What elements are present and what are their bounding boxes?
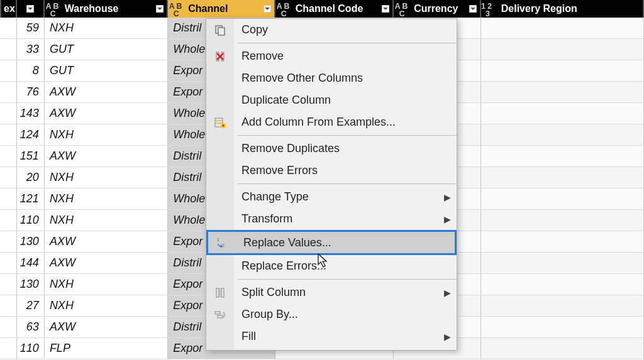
cell-delivery-region[interactable] bbox=[481, 103, 644, 124]
cell-delivery-region[interactable] bbox=[481, 188, 644, 210]
context-menu: Copy Remove Remove Other Columns Duplica… bbox=[206, 18, 457, 351]
col-header-ex[interactable]: ex bbox=[0, 0, 17, 18]
filter-dropdown-icon[interactable] bbox=[153, 0, 167, 18]
menu-item-replace-errors[interactable]: Replace Errors... bbox=[206, 255, 457, 277]
cell-index[interactable]: 110 bbox=[17, 338, 45, 359]
cell-warehouse[interactable]: AXW bbox=[45, 146, 168, 167]
menu-item-remove-errors[interactable]: Remove Errors bbox=[206, 160, 457, 182]
cell-index[interactable]: 151 bbox=[17, 146, 45, 167]
col-header-delivery-region[interactable]: 1 23 Delivery Region bbox=[481, 0, 644, 18]
cell-ex[interactable] bbox=[0, 167, 17, 188]
cell-ex[interactable] bbox=[0, 274, 17, 295]
menu-item-fill[interactable]: Fill ▶ bbox=[206, 325, 457, 347]
cell-ex[interactable] bbox=[0, 103, 17, 124]
cell-warehouse[interactable]: NXH bbox=[45, 124, 168, 146]
menu-item-replace-values[interactable]: 12 Replace Values... bbox=[206, 230, 457, 255]
cell-index[interactable]: 110 bbox=[17, 210, 45, 231]
menu-separator bbox=[238, 183, 457, 184]
cell-delivery-region[interactable] bbox=[481, 253, 644, 274]
menu-item-split-column[interactable]: Split Column ▶ bbox=[206, 281, 457, 303]
menu-item-remove-other[interactable]: Remove Other Columns bbox=[206, 67, 457, 89]
cell-index[interactable]: 59 bbox=[17, 18, 45, 39]
blank-icon bbox=[206, 89, 234, 111]
cell-warehouse[interactable]: AXW bbox=[45, 317, 168, 338]
cell-delivery-region[interactable] bbox=[481, 167, 644, 188]
menu-item-change-type[interactable]: Change Type ▶ bbox=[206, 186, 457, 208]
cell-delivery-region[interactable] bbox=[481, 82, 644, 103]
col-header-channel-code[interactable]: A BC Channel Code bbox=[275, 0, 394, 18]
blank-icon bbox=[206, 325, 234, 347]
filter-dropdown-icon[interactable] bbox=[23, 0, 37, 18]
col-header-filter-0[interactable] bbox=[17, 0, 45, 18]
cell-delivery-region[interactable] bbox=[481, 18, 644, 39]
cell-warehouse[interactable]: AXW bbox=[45, 82, 168, 103]
cell-delivery-region[interactable] bbox=[481, 124, 644, 146]
cell-ex[interactable] bbox=[0, 188, 17, 210]
menu-item-remove-duplicates[interactable]: Remove Duplicates bbox=[206, 138, 457, 160]
cell-index[interactable]: 20 bbox=[17, 167, 45, 188]
cell-delivery-region[interactable] bbox=[481, 338, 644, 359]
menu-item-group-by[interactable]: Group By... bbox=[206, 303, 457, 325]
cell-index[interactable]: 76 bbox=[17, 82, 45, 103]
cell-ex[interactable] bbox=[0, 295, 17, 317]
cell-index[interactable]: 130 bbox=[17, 274, 45, 295]
svg-text:1: 1 bbox=[217, 237, 219, 242]
cell-index[interactable]: 124 bbox=[17, 124, 45, 146]
cell-ex[interactable] bbox=[0, 82, 17, 103]
menu-item-remove[interactable]: Remove bbox=[206, 45, 457, 67]
col-header-channel[interactable]: A BC Channel bbox=[168, 0, 275, 18]
cell-warehouse[interactable]: GUT bbox=[45, 39, 168, 60]
menu-item-duplicate[interactable]: Duplicate Column bbox=[206, 89, 457, 111]
remove-icon bbox=[206, 45, 234, 67]
cell-warehouse[interactable]: NXH bbox=[45, 167, 168, 188]
cell-warehouse[interactable]: NXH bbox=[45, 18, 168, 39]
cell-index[interactable]: 8 bbox=[17, 60, 45, 82]
menu-item-add-from-examples[interactable]: Add Column From Examples... bbox=[206, 111, 457, 133]
filter-dropdown-icon[interactable] bbox=[260, 0, 274, 18]
cell-warehouse[interactable]: AXW bbox=[45, 103, 168, 124]
filter-dropdown-icon[interactable] bbox=[379, 0, 392, 18]
cell-warehouse[interactable]: NXH bbox=[45, 210, 168, 231]
col-header-warehouse[interactable]: A BC Warehouse bbox=[45, 0, 168, 18]
cell-ex[interactable] bbox=[0, 338, 17, 359]
filter-dropdown-icon[interactable] bbox=[466, 0, 480, 18]
cell-delivery-region[interactable] bbox=[481, 60, 644, 82]
cell-warehouse[interactable]: NXH bbox=[45, 188, 168, 210]
cell-delivery-region[interactable] bbox=[481, 146, 644, 167]
cell-ex[interactable] bbox=[0, 317, 17, 338]
cell-index[interactable]: 63 bbox=[17, 317, 45, 338]
cell-warehouse[interactable]: GUT bbox=[45, 60, 168, 82]
cell-delivery-region[interactable] bbox=[481, 317, 644, 338]
cell-index[interactable]: 144 bbox=[17, 253, 45, 274]
cell-ex[interactable] bbox=[0, 231, 17, 253]
cell-index[interactable]: 143 bbox=[17, 103, 45, 124]
cell-warehouse[interactable]: NXH bbox=[45, 274, 168, 295]
cell-warehouse[interactable]: NXH bbox=[45, 295, 168, 317]
cell-warehouse[interactable]: FLP bbox=[45, 338, 168, 359]
menu-separator bbox=[238, 43, 457, 43]
cell-ex[interactable] bbox=[0, 18, 17, 39]
cell-index[interactable]: 27 bbox=[17, 295, 45, 317]
cell-delivery-region[interactable] bbox=[481, 210, 644, 231]
cell-warehouse[interactable]: AXW bbox=[45, 231, 168, 253]
cell-delivery-region[interactable] bbox=[481, 295, 644, 317]
blank-icon bbox=[206, 255, 234, 277]
menu-item-label: Split Column bbox=[234, 286, 438, 299]
cell-ex[interactable] bbox=[0, 60, 17, 82]
cell-ex[interactable] bbox=[0, 146, 17, 167]
cell-delivery-region[interactable] bbox=[481, 274, 644, 295]
cell-index[interactable]: 130 bbox=[17, 231, 45, 253]
cell-warehouse[interactable]: AXW bbox=[45, 253, 168, 274]
cell-delivery-region[interactable] bbox=[481, 39, 644, 60]
menu-item-label: Add Column From Examples... bbox=[234, 116, 457, 129]
cell-delivery-region[interactable] bbox=[481, 231, 644, 253]
col-header-currency[interactable]: A BC Currency bbox=[394, 0, 481, 18]
cell-ex[interactable] bbox=[0, 210, 17, 231]
menu-item-transform[interactable]: Transform ▶ bbox=[206, 208, 457, 230]
menu-item-copy[interactable]: Copy bbox=[206, 19, 457, 41]
cell-index[interactable]: 33 bbox=[17, 39, 45, 60]
cell-ex[interactable] bbox=[0, 253, 17, 274]
cell-ex[interactable] bbox=[0, 124, 17, 146]
cell-ex[interactable] bbox=[0, 39, 17, 60]
cell-index[interactable]: 121 bbox=[17, 188, 45, 210]
